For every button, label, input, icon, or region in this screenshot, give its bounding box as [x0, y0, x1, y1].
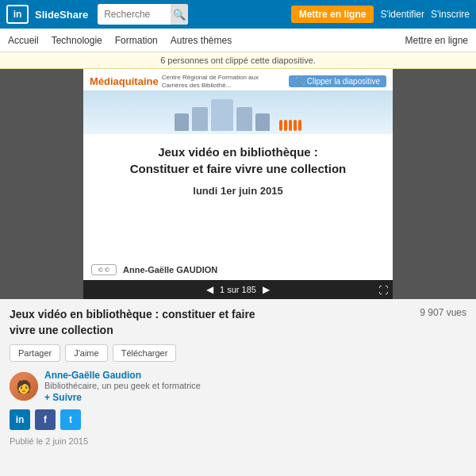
avatar-image: 🧑: [10, 372, 38, 401]
publish-date: Publié le 2 juin 2015: [10, 436, 466, 446]
building-right: [255, 113, 270, 131]
mediaquitaine-subtitle: Centre Régional de Formation aux Carrièr…: [162, 74, 273, 89]
nav-formation[interactable]: Formation: [115, 35, 158, 46]
stick-fig-3: [289, 120, 292, 131]
search-bar: 🔍: [98, 4, 188, 25]
social-icons-row: in f t: [10, 409, 466, 430]
facebook-share-button[interactable]: f: [35, 409, 56, 430]
slide-title: Jeux vidéo en bibliothèque : Constituer …: [107, 144, 369, 177]
nav-autres-themes[interactable]: Autres thèmes: [171, 35, 232, 46]
secondary-navigation: Accueil Technologie Formation Autres thè…: [0, 29, 476, 52]
sidentifier-button[interactable]: S'identifier: [380, 9, 424, 20]
slide-illustration: [83, 90, 393, 134]
sinscrire-button[interactable]: S'inscrire: [431, 9, 470, 20]
telecharger-button[interactable]: Télécharger: [113, 344, 177, 362]
building-left: [175, 113, 189, 131]
author-info: Anne-Gaëlle Gaudion Bibliothécaire, un p…: [44, 370, 201, 403]
clip-icon: 📎: [295, 77, 305, 86]
slide-date: lundi 1er juin 2015: [107, 185, 369, 197]
next-slide-button[interactable]: ▶: [263, 285, 270, 294]
slide-header: Médiaquitaine Centre Régional de Formati…: [83, 69, 393, 90]
nav-technologie[interactable]: Technologie: [52, 35, 102, 46]
slide-controls: ◀ 1 sur 185 ▶ ⛶: [83, 280, 393, 299]
slide-title-area: Jeux vidéo en bibliothèque : Constituer …: [83, 134, 393, 206]
content-area: Jeux vidéo en bibliothèque : constituer …: [0, 299, 476, 454]
slide-author-name: Anne-Gaëlle GAUDION: [123, 265, 217, 274]
action-buttons: Partager J'aime Télécharger: [10, 344, 466, 362]
slide-counter: 1 sur 185: [220, 285, 256, 294]
mediaquitaine-logo-text: Médiaquitaine: [90, 75, 159, 87]
stick-fig-1: [279, 120, 282, 131]
clip-diapositive-button[interactable]: 📎 Clipper la diapositive: [289, 75, 386, 87]
nav-mettre-en-ligne[interactable]: Mettre en ligne: [405, 35, 468, 46]
stick-fig-2: [284, 120, 287, 131]
author-row: 🧑 Anne-Gaëlle Gaudion Bibliothécaire, un…: [10, 370, 466, 403]
linkedin-logo: in: [6, 5, 29, 24]
author-bio: Bibliothécaire, un peu geek et formatric…: [44, 381, 201, 390]
linkedin-share-button[interactable]: in: [10, 409, 30, 430]
slide-author-bar: © © Anne-Gaëlle GAUDION: [83, 259, 393, 280]
jaime-button[interactable]: J'aime: [65, 344, 107, 362]
author-link[interactable]: Anne-Gaëlle Gaudion: [44, 370, 201, 381]
cc-icon: © ©: [91, 264, 117, 275]
follow-button[interactable]: + Suivre: [44, 392, 201, 403]
clip-banner: 6 personnes ont clippé cette diapositive…: [0, 52, 476, 69]
search-button[interactable]: 🔍: [171, 4, 188, 25]
building-mid-left: [192, 107, 208, 131]
view-count: 9 907 vues: [420, 307, 466, 318]
stick-fig-5: [298, 120, 301, 131]
prev-slide-button[interactable]: ◀: [206, 285, 213, 294]
twitter-share-button[interactable]: t: [60, 409, 81, 430]
title-row: Jeux vidéo en bibliothèque : constituer …: [10, 307, 466, 338]
avatar: 🧑: [10, 372, 38, 401]
brand-name: SlideShare: [35, 9, 88, 21]
expand-button[interactable]: ⛶: [378, 285, 388, 296]
slide-wrapper: Médiaquitaine Centre Régional de Formati…: [0, 69, 476, 299]
partager-button[interactable]: Partager: [10, 344, 60, 362]
nav-accueil[interactable]: Accueil: [8, 35, 39, 46]
slide-frame: Médiaquitaine Centre Régional de Formati…: [83, 69, 393, 299]
stick-figures: [279, 120, 301, 131]
mettre-en-ligne-button[interactable]: Mettre en ligne: [291, 6, 374, 23]
stick-fig-4: [294, 120, 297, 131]
building-mid-right: [236, 107, 252, 131]
top-navigation: in SlideShare 🔍 Mettre en ligne S'identi…: [0, 0, 476, 29]
page-title: Jeux vidéo en bibliothèque : constituer …: [10, 307, 263, 338]
search-input[interactable]: [98, 9, 171, 20]
building-center: [211, 99, 233, 131]
